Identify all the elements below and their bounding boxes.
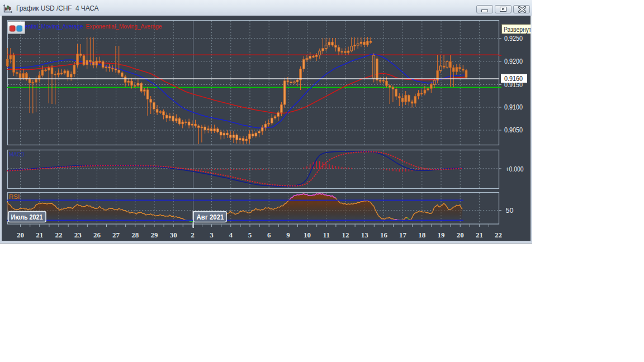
svg-text:Авг 2021: Авг 2021 bbox=[197, 213, 224, 221]
svg-text:18: 18 bbox=[418, 231, 426, 239]
svg-text:Exponential_Moving_Average: Exponential_Moving_Average bbox=[86, 23, 162, 30]
svg-text:26: 26 bbox=[93, 231, 101, 239]
svg-text:5: 5 bbox=[248, 231, 252, 239]
svg-text:21: 21 bbox=[476, 231, 483, 239]
svg-text:28: 28 bbox=[131, 231, 139, 239]
svg-text:Июль 2021: Июль 2021 bbox=[11, 213, 43, 221]
svg-text:0.9100: 0.9100 bbox=[504, 103, 523, 111]
svg-text:6: 6 bbox=[267, 231, 271, 239]
svg-text:20: 20 bbox=[17, 231, 24, 239]
svg-text:RSI: RSI bbox=[9, 193, 20, 200]
svg-text:+0.000: +0.000 bbox=[506, 165, 524, 173]
svg-text:21: 21 bbox=[36, 231, 43, 239]
svg-text:22: 22 bbox=[55, 231, 63, 239]
svg-text:0.9250: 0.9250 bbox=[504, 35, 523, 42]
svg-text:0.9160: 0.9160 bbox=[504, 75, 523, 83]
svg-text:2: 2 bbox=[191, 231, 195, 239]
svg-text:29: 29 bbox=[151, 231, 159, 239]
svg-text:10: 10 bbox=[304, 231, 311, 239]
svg-text:4: 4 bbox=[229, 231, 233, 239]
svg-text:27: 27 bbox=[112, 231, 120, 239]
svg-text:16: 16 bbox=[380, 231, 388, 239]
svg-text:11: 11 bbox=[323, 231, 330, 239]
svg-text:30: 30 bbox=[170, 231, 177, 239]
svg-text:MACD: MACD bbox=[9, 151, 25, 158]
svg-text:17: 17 bbox=[399, 231, 407, 239]
svg-text:9: 9 bbox=[286, 231, 290, 239]
svg-text:19: 19 bbox=[438, 231, 446, 239]
svg-text:22: 22 bbox=[495, 231, 502, 239]
svg-text:23: 23 bbox=[74, 231, 82, 239]
svg-text:12: 12 bbox=[342, 231, 349, 239]
svg-text:0.9200: 0.9200 bbox=[504, 58, 523, 65]
svg-text:13: 13 bbox=[361, 231, 369, 239]
svg-text:3: 3 bbox=[210, 231, 214, 239]
svg-text:50: 50 bbox=[506, 207, 514, 215]
svg-text:20: 20 bbox=[457, 231, 464, 239]
svg-text:0.9050: 0.9050 bbox=[504, 126, 523, 134]
svg-text:ential_Moving_Average: ential_Moving_Average bbox=[25, 23, 83, 30]
svg-text:Развернуть: Развернуть bbox=[504, 26, 531, 34]
